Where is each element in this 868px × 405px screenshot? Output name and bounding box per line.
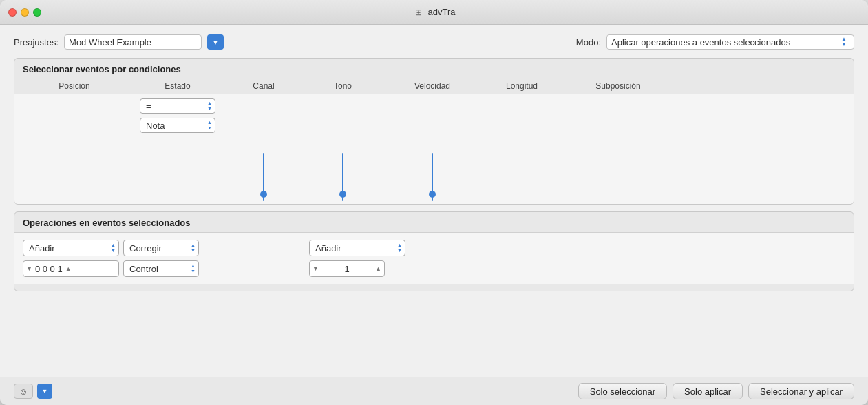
op2-column: Añadir ▲▼ ▼ 1 ▲ — [309, 240, 405, 277]
op2-type-value: Añadir — [315, 243, 341, 253]
longitud-slider-cell — [477, 149, 567, 204]
op1-mode-select[interactable]: Corregir ▲▼ — [123, 240, 199, 256]
subposicion-cell-top — [567, 98, 670, 145]
op1-subtype-value: Control — [129, 264, 158, 274]
app-icon: ⊞ — [413, 7, 424, 18]
title-text: advTra — [428, 7, 456, 17]
op2-value-stepper[interactable]: ▼ 1 ▲ — [309, 260, 385, 277]
op1-value-display: 0 0 0 1 — [35, 264, 63, 274]
mode-select[interactable]: Aplicar operaciones a eventos selecciona… — [606, 34, 854, 50]
estado-cell: = ▲▼ Nota ▲▼ — [126, 98, 229, 145]
estado-slider-cell — [126, 149, 229, 204]
velocidad-slider[interactable] — [431, 153, 434, 201]
select-events-section: Seleccionar eventos por condiciones Posi… — [14, 58, 854, 205]
mode-group: Modo: Aplicar operaciones a eventos sele… — [576, 34, 854, 50]
op1-decrement-icon: ▼ — [26, 265, 32, 272]
op1-type-value: Añadir — [29, 243, 55, 253]
titlebar: ⊞ advTra — [0, 0, 868, 25]
longitud-cell-top — [477, 98, 567, 145]
sliders-row — [14, 149, 854, 204]
col-velocidad: Velocidad — [388, 81, 477, 91]
preset-dropdown-button[interactable]: ▼ — [207, 34, 224, 50]
posicion-slider-cell — [23, 149, 126, 204]
window-title: ⊞ advTra — [413, 7, 456, 18]
estado-op-value: = — [146, 101, 151, 112]
estado-op-stepper: ▲▼ — [207, 101, 212, 111]
posicion-cell — [23, 98, 126, 145]
canal-slider-cell[interactable] — [229, 149, 298, 204]
col-posicion: Posición — [23, 81, 126, 91]
op1-increment-icon: ▲ — [65, 265, 72, 272]
mode-select-text: Aplicar operaciones a eventos selecciona… — [611, 37, 838, 48]
presets-label: Preajustes: — [14, 37, 59, 48]
tono-slider-cell[interactable] — [298, 149, 388, 204]
tono-slider[interactable] — [341, 153, 344, 201]
estado-op-select[interactable]: = ▲▼ — [140, 98, 215, 114]
top-bar: Preajustes: ▼ Modo: Aplicar operaciones … — [14, 34, 854, 50]
op2-value-display: 1 — [321, 264, 372, 274]
col-estado: Estado — [126, 81, 229, 91]
op1-mode-stepper: ▲▼ — [191, 242, 195, 253]
solo-aplicar-button[interactable]: Solo aplicar — [673, 383, 743, 399]
op1-mode-value: Corregir — [129, 243, 162, 253]
seleccionar-y-aplicar-button[interactable]: Seleccionar y aplicar — [748, 383, 854, 399]
col-longitud: Longitud — [477, 81, 567, 91]
bottom-dropdown-icon: ▼ — [42, 388, 48, 395]
presets-group: Preajustes: ▼ — [14, 34, 224, 50]
smiley-icon: ☺ — [19, 386, 28, 397]
canal-slider-thumb — [260, 191, 267, 198]
op1-column: Añadir ▲▼ Corregir ▲▼ ▼ 0 0 0 1 ▲ — [23, 240, 199, 277]
main-content: Preajustes: ▼ Modo: Aplicar operaciones … — [0, 25, 868, 377]
subposicion-slider-cell — [567, 149, 670, 204]
op2-type-stepper: ▲▼ — [397, 242, 402, 253]
estado-type-stepper: ▲▼ — [207, 120, 212, 130]
bottom-dropdown-button[interactable]: ▼ — [37, 384, 52, 399]
op1-value-stepper[interactable]: ▼ 0 0 0 1 ▲ — [23, 260, 119, 277]
op2-value-row: ▼ 1 ▲ — [309, 260, 405, 277]
estado-type-select[interactable]: Nota ▲▼ — [140, 118, 215, 133]
op2-decrement-icon: ▼ — [313, 265, 319, 272]
operations-title: Operaciones en eventos seleccionados — [14, 212, 854, 232]
op1-type-row: Añadir ▲▼ Corregir ▲▼ — [23, 240, 199, 256]
estado-type-value: Nota — [146, 121, 165, 131]
maximize-button[interactable] — [33, 8, 41, 17]
canal-cell-top — [229, 98, 298, 145]
chevron-down-icon: ▼ — [841, 42, 847, 48]
op1-subtype-select[interactable]: Control ▲▼ — [123, 260, 199, 277]
tono-cell-top — [298, 98, 388, 145]
window-controls — [8, 8, 41, 17]
velocidad-slider-cell[interactable] — [388, 149, 477, 204]
main-window: ⊞ advTra Preajustes: ▼ Modo: Aplicar ope… — [0, 0, 868, 405]
operations-section: Operaciones en eventos seleccionados Aña… — [14, 211, 854, 291]
op2-type-row: Añadir ▲▼ — [309, 240, 405, 256]
operations-body: Añadir ▲▼ Corregir ▲▼ ▼ 0 0 0 1 ▲ — [14, 232, 854, 284]
op1-subtype-stepper: ▲▼ — [191, 263, 195, 273]
minimize-button[interactable] — [21, 8, 29, 17]
velocidad-slider-thumb — [429, 191, 436, 198]
mode-label: Modo: — [576, 37, 601, 48]
velocidad-cell-top — [388, 98, 477, 145]
col-subposicion: Subposición — [567, 81, 670, 91]
op1-value-row: ▼ 0 0 0 1 ▲ Control ▲▼ — [23, 260, 199, 277]
solo-seleccionar-button[interactable]: Solo seleccionar — [578, 383, 667, 399]
bottom-left: ☺ ▼ — [14, 384, 52, 399]
chevron-down-icon: ▼ — [212, 39, 219, 46]
op1-type-select[interactable]: Añadir ▲▼ — [23, 240, 119, 256]
preset-input[interactable] — [64, 34, 202, 50]
col-tono: Tono — [298, 81, 388, 91]
op2-increment-icon: ▲ — [375, 265, 381, 272]
table-body: = ▲▼ Nota ▲▼ — [14, 94, 854, 149]
mode-stepper-arrows: ▲ ▼ — [838, 37, 849, 48]
table-header: Posición Estado Canal Tono Velocidad Lon… — [14, 79, 854, 94]
smiley-button[interactable]: ☺ — [14, 384, 33, 399]
bottom-bar: ☺ ▼ Solo seleccionar Solo aplicar Selecc… — [0, 377, 868, 405]
close-button[interactable] — [8, 8, 17, 17]
op1-type-stepper: ▲▼ — [111, 242, 116, 253]
select-events-title: Seleccionar eventos por condiciones — [14, 59, 854, 79]
bottom-right: Solo seleccionar Solo aplicar Selecciona… — [578, 383, 854, 399]
col-canal: Canal — [229, 81, 298, 91]
tono-slider-thumb — [339, 191, 346, 198]
canal-slider[interactable] — [262, 153, 265, 201]
op2-type-select[interactable]: Añadir ▲▼ — [309, 240, 405, 256]
